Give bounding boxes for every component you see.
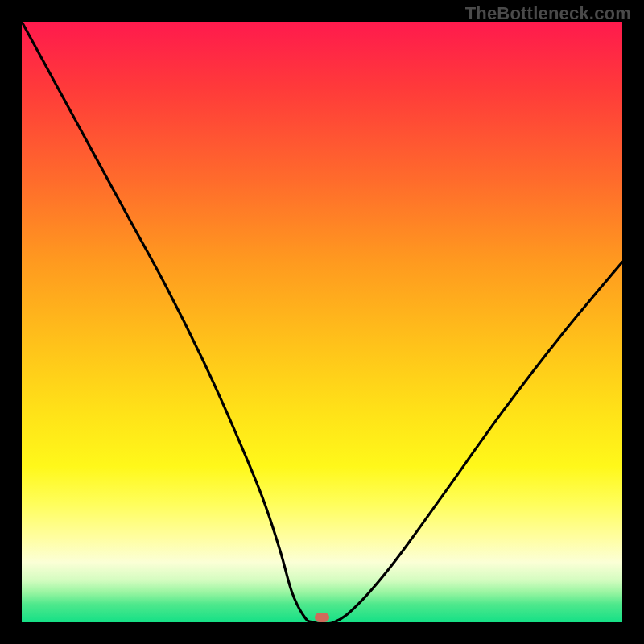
curve-path: [22, 22, 622, 622]
plot-area: [22, 22, 622, 622]
bottleneck-curve: [22, 22, 622, 622]
chart-frame: TheBottleneck.com: [0, 0, 644, 644]
optimal-marker: [315, 613, 329, 622]
